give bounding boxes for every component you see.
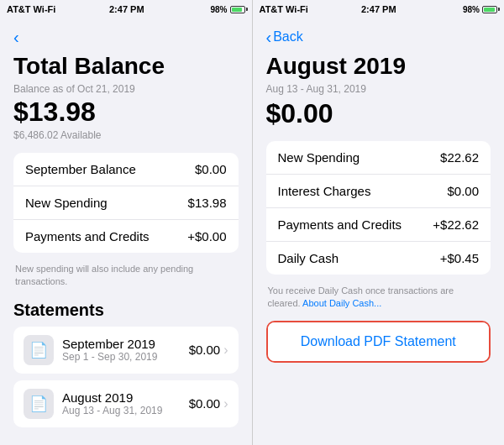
aug-interest-label: Interest Charges [278, 184, 371, 198]
statement-icon-september: 📄 [24, 335, 54, 365]
document-icon-aug: 📄 [29, 395, 48, 413]
back-label: Back [273, 29, 303, 44]
download-pdf-button[interactable]: Download PDF Statement [268, 322, 490, 361]
available-amount: $6,486.02 Available [13, 129, 239, 141]
statement-amount-aug: $0.00 [189, 396, 221, 411]
time-right: 2:47 PM [361, 4, 396, 14]
left-panel: ‹ Total Balance Balance as of Oct 21, 20… [0, 18, 253, 445]
panels: ‹ Total Balance Balance as of Oct 21, 20… [0, 18, 504, 445]
payments-credits-value: +$0.00 [187, 229, 226, 243]
aug-daily-cash-label: Daily Cash [278, 251, 339, 265]
daily-cash-note: You receive Daily Cash once transactions… [266, 285, 491, 311]
carrier-right: AT&T Wi-Fi [260, 4, 308, 14]
status-icons-left: 98% [210, 5, 244, 14]
time-left: 2:47 PM [109, 4, 144, 14]
statement-icon-august: 📄 [24, 389, 54, 419]
september-balance-row: September Balance $0.00 [13, 153, 239, 186]
aug-daily-cash-value: +$0.45 [440, 251, 479, 265]
payments-credits-row: Payments and Credits +$0.00 [13, 220, 239, 253]
statement-row-september[interactable]: 📄 September 2019 Sep 1 - Sep 30, 2019 $0… [13, 327, 239, 374]
chevron-back-icon: ‹ [266, 29, 272, 45]
pending-note: New spending will also include any pendi… [13, 263, 239, 289]
balance-label: Balance as of Oct 21, 2019 [13, 83, 239, 95]
aug-interest-row: Interest Charges $0.00 [266, 175, 491, 208]
right-panel: ‹ Back August 2019 Aug 13 - Aug 31, 2019… [253, 18, 505, 445]
chevron-right-icon-sep: › [223, 343, 228, 358]
august-detail-card: New Spending $22.62 Interest Charges $0.… [266, 141, 491, 275]
statement-name-aug: August 2019 [62, 390, 189, 405]
date-range: Aug 13 - Aug 31, 2019 [266, 83, 491, 95]
status-bar: AT&T Wi-Fi 2:47 PM 98% AT&T Wi-Fi 2:47 P… [0, 0, 504, 18]
new-spending-value: $13.98 [188, 196, 227, 210]
aug-payments-label: Payments and Credits [278, 217, 402, 232]
statement-amount-sep: $0.00 [189, 343, 221, 357]
battery-percent-left: 98% [210, 5, 227, 14]
statement-dates-aug: Aug 13 - Aug 31, 2019 [62, 405, 189, 416]
chevron-right-icon-aug: › [223, 396, 228, 411]
statement-name-sep: September 2019 [62, 337, 189, 351]
battery-percent-right: 98% [463, 5, 480, 14]
aug-payments-value: +$22.62 [433, 217, 479, 232]
statement-info-august: August 2019 Aug 13 - Aug 31, 2019 [62, 390, 189, 416]
new-spending-label: New Spending [25, 196, 108, 210]
aug-new-spending-row: New Spending $22.62 [266, 141, 491, 175]
daily-cash-link[interactable]: About Daily Cash... [302, 298, 381, 308]
payments-credits-label: Payments and Credits [25, 229, 150, 243]
back-button-left[interactable]: ‹ [13, 29, 239, 45]
zero-balance: $0.00 [266, 98, 491, 129]
status-bar-left: AT&T Wi-Fi 2:47 PM 98% [0, 0, 252, 18]
page-title-right: August 2019 [266, 54, 491, 80]
balance-amount: $13.98 [13, 97, 239, 128]
balance-detail-card: September Balance $0.00 New Spending $13… [13, 153, 239, 253]
status-icons-right: 98% [463, 5, 497, 14]
back-button-right[interactable]: ‹ Back [266, 29, 491, 45]
aug-daily-cash-row: Daily Cash +$0.45 [266, 242, 491, 275]
september-balance-label: September Balance [25, 162, 136, 176]
aug-new-spending-label: New Spending [278, 150, 360, 165]
statement-dates-sep: Sep 1 - Sep 30, 2019 [62, 351, 189, 363]
statements-header: Statements [13, 301, 239, 320]
download-pdf-card: Download PDF Statement [266, 321, 491, 363]
statement-info-september: September 2019 Sep 1 - Sep 30, 2019 [62, 337, 189, 363]
statement-right-sep: $0.00 › [189, 343, 228, 358]
september-balance-value: $0.00 [195, 162, 227, 176]
new-spending-row: New Spending $13.98 [13, 186, 239, 220]
battery-icon-left [230, 6, 245, 13]
statement-row-august[interactable]: 📄 August 2019 Aug 13 - Aug 31, 2019 $0.0… [13, 380, 239, 427]
aug-new-spending-value: $22.62 [440, 150, 479, 165]
status-bar-right: AT&T Wi-Fi 2:47 PM 98% [252, 0, 505, 18]
aug-interest-value: $0.00 [447, 184, 479, 198]
page-title-left: Total Balance [13, 54, 239, 80]
battery-icon-right [482, 6, 497, 13]
carrier-left: AT&T Wi-Fi [7, 4, 55, 14]
chevron-left-icon: ‹ [13, 29, 19, 45]
statement-right-aug: $0.00 › [189, 396, 228, 411]
document-icon-sep: 📄 [29, 341, 48, 359]
aug-payments-row: Payments and Credits +$22.62 [266, 208, 491, 242]
